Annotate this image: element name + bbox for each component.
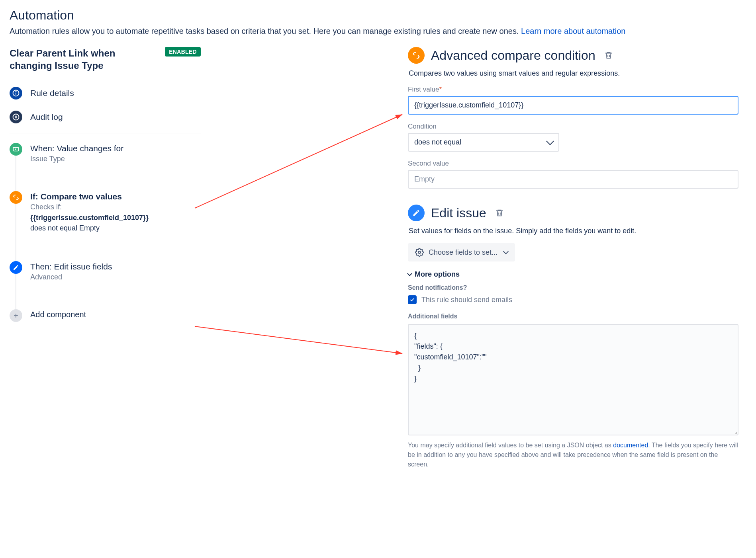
compare-panel-title: Advanced compare condition xyxy=(431,48,595,63)
gear-icon xyxy=(415,248,424,257)
condition-icon xyxy=(408,47,425,64)
timeline-connector xyxy=(16,156,16,312)
status-badge: ENABLED xyxy=(165,47,201,57)
compare-condition-panel: Advanced compare condition Compares two … xyxy=(408,47,738,189)
svg-point-2 xyxy=(16,92,16,92)
learn-more-link[interactable]: Learn more about automation xyxy=(521,27,625,35)
edit-panel-desc: Set values for fields on the issue. Simp… xyxy=(409,227,738,235)
step-action[interactable]: Then: Edit issue fields Advanced xyxy=(10,261,201,281)
step-trigger-sub: Issue Type xyxy=(30,155,123,163)
additional-fields-hint: You may specify additional field values … xyxy=(408,441,738,469)
step-action-title: Then: Edit issue fields xyxy=(30,262,112,271)
list-icon xyxy=(10,111,22,123)
more-options-toggle[interactable]: More options xyxy=(408,270,738,279)
chevron-down-icon xyxy=(503,249,509,254)
edit-issue-panel: Edit issue Set values for fields on the … xyxy=(408,205,738,469)
additional-fields-textarea[interactable] xyxy=(408,324,738,435)
first-value-label: First value* xyxy=(408,86,738,94)
annotation-arrow xyxy=(191,322,410,361)
step-condition[interactable]: If: Compare two values Checks if: {{trig… xyxy=(10,191,201,233)
step-condition-checks: Checks if: xyxy=(30,203,149,211)
plus-icon xyxy=(10,309,22,322)
rule-sidebar: Clear Parent Link when changing Issue Ty… xyxy=(10,47,201,485)
trash-icon[interactable] xyxy=(495,209,504,217)
second-value-label: Second value xyxy=(408,160,738,168)
step-add-title: Add component xyxy=(30,310,86,319)
additional-fields-label: Additional fields xyxy=(408,313,738,320)
svg-line-10 xyxy=(195,115,402,208)
page-title: Automation xyxy=(10,8,746,23)
step-condition-title: If: Compare two values xyxy=(30,192,149,201)
trigger-icon xyxy=(10,143,22,156)
compare-panel-desc: Compares two values using smart values a… xyxy=(409,69,738,78)
send-emails-label: This rule should send emails xyxy=(421,296,512,304)
step-add-component[interactable]: Add component xyxy=(10,309,201,322)
condition-select[interactable]: does not equal xyxy=(408,133,559,152)
condition-icon xyxy=(10,191,22,204)
chevron-down-icon xyxy=(546,137,554,145)
edit-panel-title: Edit issue xyxy=(431,206,486,220)
documented-link[interactable]: documented xyxy=(613,442,648,449)
rule-details-nav[interactable]: Rule details xyxy=(10,81,201,105)
condition-label: Condition xyxy=(408,123,738,131)
svg-line-11 xyxy=(195,326,402,353)
step-action-sub: Advanced xyxy=(30,273,112,281)
svg-point-12 xyxy=(418,251,421,254)
second-value-input[interactable] xyxy=(408,170,738,189)
send-emails-checkbox[interactable] xyxy=(408,295,417,304)
info-icon xyxy=(10,87,22,100)
edit-icon xyxy=(408,205,425,221)
choose-fields-button[interactable]: Choose fields to set... xyxy=(408,243,515,261)
first-value-input[interactable] xyxy=(408,96,738,115)
send-notifications-label: Send notifications? xyxy=(408,284,738,291)
chevron-down-icon xyxy=(407,271,412,276)
divider xyxy=(10,133,201,133)
edit-icon xyxy=(10,261,22,274)
trash-icon[interactable] xyxy=(604,51,613,60)
step-condition-detail: {{triggerIssue.customfield_10107}} does … xyxy=(30,213,149,233)
step-trigger-title: When: Value changes for xyxy=(30,144,123,153)
step-trigger[interactable]: When: Value changes for Issue Type xyxy=(10,143,201,163)
page-description: Automation rules allow you to automate r… xyxy=(10,27,746,36)
audit-log-nav[interactable]: Audit log xyxy=(10,105,201,129)
rule-name: Clear Parent Link when changing Issue Ty… xyxy=(10,47,137,72)
annotation-arrow xyxy=(191,109,410,212)
